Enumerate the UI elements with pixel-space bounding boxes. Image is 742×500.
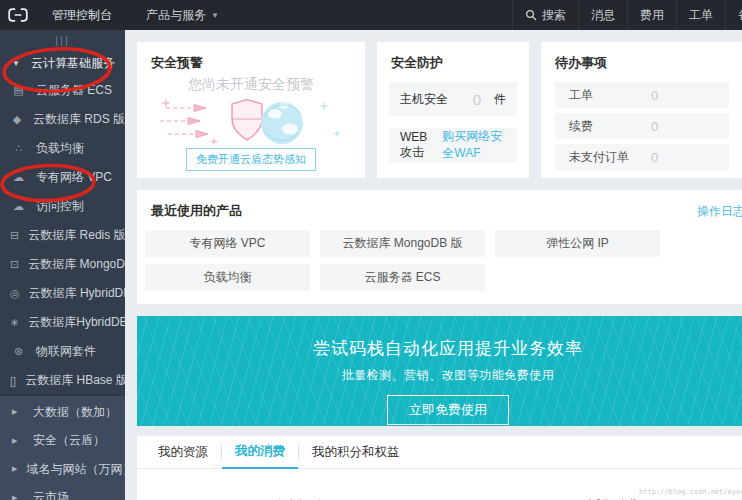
- sidebar-group-label: 云计算基础服务: [31, 55, 115, 72]
- sidebar-group-security[interactable]: ▶ 安全（云盾）: [0, 427, 125, 456]
- security-warning-card: 安全预警 您尚未开通安全预警: [137, 42, 365, 178]
- messages-menu[interactable]: 消息: [578, 0, 627, 30]
- triangle-down-icon: ▼: [12, 59, 22, 68]
- tab-my-resources[interactable]: 我的资源: [145, 436, 221, 468]
- todo-value: 0: [651, 88, 658, 103]
- sidebar-item-hbase[interactable]: [] 云数据库 HBase 版: [0, 366, 125, 395]
- sidebar-item-iot[interactable]: ⊛ 物联网套件: [0, 337, 125, 366]
- tab-my-points[interactable]: 我的积分和权益: [299, 436, 413, 468]
- chevron-down-icon: ▼: [211, 11, 219, 20]
- tab-my-consumption[interactable]: 我的消费: [222, 437, 298, 469]
- sidebar-item-redis[interactable]: ⊟ 云数据库 Redis 版: [0, 221, 125, 250]
- triangle-right-icon: ▶: [12, 408, 24, 416]
- empty-state-text: 您尚未开通安全预警: [137, 76, 365, 94]
- sidebar-item-label: 云服务器 ECS: [36, 82, 112, 99]
- recent-product-eip[interactable]: 弹性公网 IP: [495, 230, 660, 257]
- recent-product-ecs[interactable]: 云服务器 ECS: [320, 264, 485, 291]
- products-menu-label: 产品与服务: [146, 7, 206, 24]
- todo-list: 工单 0 续费 0 未支付订单 0: [541, 82, 742, 170]
- host-security-count: 0: [473, 91, 481, 108]
- sidebar-item-rds[interactable]: ◆ 云数据库 RDS 版: [0, 105, 125, 134]
- recent-product-slb[interactable]: 负载均衡: [145, 264, 310, 291]
- todo-label: 未支付订单: [555, 149, 651, 166]
- sidebar-group-label: 域名与网站（万网）: [26, 461, 125, 478]
- recent-products-card: 最近使用的产品 操作日志 专有网络 VPC 云数据库 MongoDB 版 弹性公…: [137, 190, 742, 304]
- host-security-unit: 件: [494, 91, 506, 108]
- sidebar-item-label: 云数据库 Redis 版: [28, 227, 125, 244]
- sidebar-item-label: 云数据库HybridDB fo...: [28, 314, 125, 331]
- security-warning-illustration: [156, 95, 346, 147]
- sidebar-item-slb[interactable]: ∴ 负载均衡: [0, 134, 125, 163]
- sidebar-item-label: 云数据库 MongoDB 版: [28, 256, 125, 273]
- sidebar-item-label: 负载均衡: [36, 140, 84, 157]
- snowflake-icon: ∗: [10, 316, 19, 329]
- sidebar-collapse-handle[interactable]: |||: [0, 30, 125, 48]
- tickets-menu[interactable]: 工单: [676, 0, 725, 30]
- sidebar-item-label: 专有网络 VPC: [36, 169, 112, 186]
- operation-log-link[interactable]: 操作日志: [697, 203, 742, 220]
- watermark-text: http://blog.csdn.net/eyecry: [639, 488, 742, 496]
- sidebar-group-domains[interactable]: ▶ 域名与网站（万网）: [0, 455, 125, 484]
- sidebar-product-list: ▤ 云服务器 ECS ◆ 云数据库 RDS 版 ∴ 负载均衡 ☁ 专有网络 VP…: [0, 76, 125, 395]
- sidebar: ||| ▼ 云计算基础服务 ▤ 云服务器 ECS ◆ 云数据库 RDS 版 ∴ …: [0, 30, 125, 500]
- main-content: 安全预警 您尚未开通安全预警: [125, 30, 742, 500]
- card-title: 待办事项: [541, 42, 742, 72]
- free-trial-button[interactable]: 立即免费使用: [387, 395, 509, 425]
- sidebar-group-label: 云市场: [33, 489, 69, 500]
- host-security-label: 主机安全: [400, 91, 448, 108]
- recent-products-grid: 专有网络 VPC 云数据库 MongoDB 版 弹性公网 IP 负载均衡 云服务…: [137, 230, 742, 291]
- todo-value: 0: [651, 119, 658, 134]
- brackets-icon: []: [10, 375, 16, 387]
- top-nav-bar: 管理控制台 产品与服务 ▼ 搜索 消息 费用 工单 备案: [0, 0, 742, 30]
- card-title: 安全防护: [377, 42, 529, 72]
- sidebar-item-hybriddb-f[interactable]: ◎ 云数据库 HybridDB f...: [0, 279, 125, 308]
- sidebar-group-label: 安全（云盾）: [33, 432, 105, 449]
- tab-row: 我的资源 我的消费 我的积分和权益: [137, 436, 742, 469]
- triangle-right-icon: ▶: [12, 465, 17, 473]
- card-title: 安全预警: [137, 42, 365, 72]
- sidebar-item-label: 云数据库 HybridDB f...: [29, 285, 125, 302]
- todo-row-renewal[interactable]: 续费 0: [555, 113, 729, 139]
- console-title[interactable]: 管理控制台: [38, 0, 126, 30]
- recent-product-vpc[interactable]: 专有网络 VPC: [145, 230, 310, 257]
- sidebar-item-vpc[interactable]: ☁ 专有网络 VPC: [0, 163, 125, 192]
- bracket-logo-icon: [8, 8, 28, 22]
- topbar-right: 搜索 消息 费用 工单 备案: [512, 0, 742, 30]
- todo-row-unpaid-orders[interactable]: 未支付订单 0: [555, 144, 729, 170]
- buy-waf-link[interactable]: 购买网络安全WAF: [442, 128, 506, 162]
- products-menu[interactable]: 产品与服务 ▼: [146, 0, 219, 30]
- iot-wheel-icon: ⊛: [10, 345, 27, 358]
- load-balancer-icon: ∴: [10, 142, 27, 155]
- sidebar-item-hybriddb-fo[interactable]: ∗ 云数据库HybridDB fo...: [0, 308, 125, 337]
- database-icon: ◆: [10, 113, 24, 126]
- hybriddb-icon: ◎: [10, 287, 20, 300]
- sidebar-item-label: 云数据库 HBase 版: [25, 372, 125, 389]
- host-security-row: 主机安全 0 件: [389, 82, 517, 116]
- recent-product-mongodb[interactable]: 云数据库 MongoDB 版: [320, 230, 485, 257]
- todo-row-tickets[interactable]: 工单 0: [555, 82, 729, 108]
- sidebar-group-marketplace[interactable]: ▶ 云市场: [0, 484, 125, 500]
- sidebar-group-cloud-basic[interactable]: ▼ 云计算基础服务: [0, 50, 125, 76]
- cloud-network-icon: ☁: [10, 171, 27, 184]
- search-button[interactable]: 搜索: [512, 0, 578, 30]
- sidebar-item-label: 云数据库 RDS 版: [33, 111, 125, 128]
- promo-banner[interactable]: 尝试码栈自动化应用提升业务效率 批量检测、营销、改图等功能免费使用 立即免费使用: [137, 316, 742, 426]
- card-title: 最近使用的产品: [151, 202, 242, 220]
- todo-label: 工单: [555, 87, 651, 104]
- activate-situational-awareness-button[interactable]: 免费开通云盾态势感知: [186, 148, 316, 171]
- triangle-right-icon: ▶: [12, 437, 24, 445]
- search-icon: [525, 9, 537, 21]
- sidebar-item-ecs[interactable]: ▤ 云服务器 ECS: [0, 76, 125, 105]
- sidebar-item-label: 物联网套件: [36, 343, 96, 360]
- search-label: 搜索: [542, 7, 566, 24]
- beian-menu[interactable]: 备案: [725, 0, 742, 30]
- sidebar-item-access-control[interactable]: ☁ 访问控制: [0, 192, 125, 221]
- billing-menu[interactable]: 费用: [627, 0, 676, 30]
- sidebar-group-bigdata[interactable]: ▶ 大数据（数加）: [0, 398, 125, 427]
- web-attack-label: WEB攻击: [400, 130, 433, 161]
- cloud-icon: ☁: [10, 200, 27, 213]
- todo-card: 待办事项 工单 0 续费 0 未支付订单 0: [541, 42, 742, 178]
- sidebar-item-mongodb[interactable]: ⊡ 云数据库 MongoDB 版: [0, 250, 125, 279]
- aliyun-logo[interactable]: [0, 0, 36, 30]
- banner-title: 尝试码栈自动化应用提升业务效率: [137, 316, 742, 360]
